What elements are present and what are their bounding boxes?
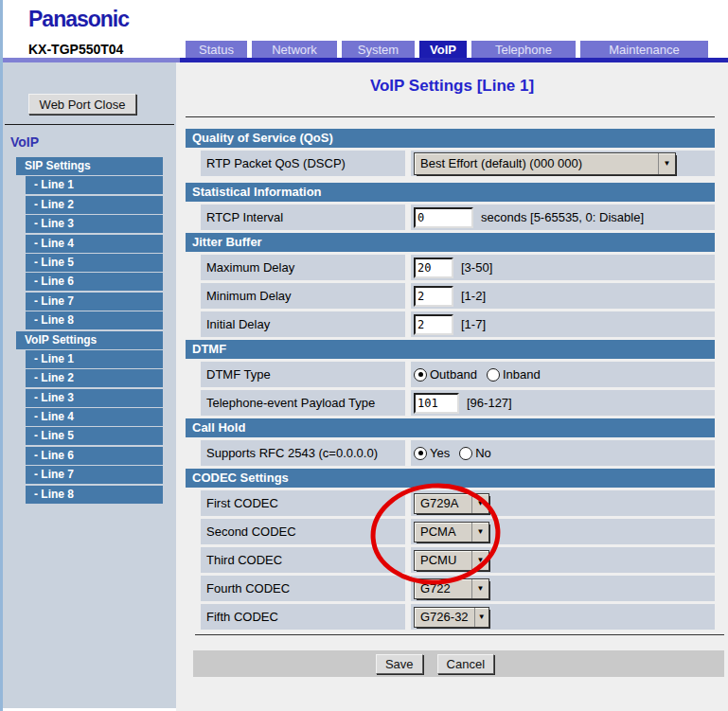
field-row-third-codec: Third CODEC PCMU ▼ [201, 547, 715, 573]
field-label: Fifth CODEC [201, 604, 405, 630]
sidebar-item-sip-line-6[interactable]: - Line 6 [26, 273, 163, 291]
sidebar-item-voip-line-6[interactable]: - Line 6 [26, 447, 163, 465]
sidebar-item-voip-line-7[interactable]: - Line 7 [26, 466, 163, 484]
first-codec-select[interactable]: G729A ▼ [414, 493, 489, 514]
tab-network[interactable]: Network [252, 41, 337, 58]
payload-type-input[interactable] [414, 393, 459, 414]
sidebar: Web Port Close VoIP SIP Settings - Line … [3, 62, 176, 708]
sidebar-item-sip-line-1[interactable]: - Line 1 [26, 176, 163, 194]
tab-system[interactable]: System [342, 41, 415, 58]
sidebar-item-voip-line-8[interactable]: - Line 8 [26, 486, 163, 504]
dtmf-outband-radio[interactable] [414, 368, 427, 382]
third-codec-value: PCMU [415, 551, 462, 570]
field-row-second-codec: Second CODEC PCMA ▼ [201, 519, 715, 544]
sidebar-item-sip-line-8[interactable]: - Line 8 [26, 311, 163, 329]
title-divider [186, 116, 715, 117]
sidebar-heading: VoIP [10, 134, 39, 150]
second-codec-select[interactable]: PCMA ▼ [414, 522, 489, 542]
sidebar-menu: SIP Settings - Line 1 - Line 2 - Line 3 … [3, 157, 176, 504]
sidebar-item-voip-line-3[interactable]: - Line 3 [26, 389, 163, 407]
radio-label: Yes [430, 446, 450, 460]
sidebar-item-voip-settings[interactable]: VoIP Settings [16, 331, 163, 349]
rtp-qos-selected-value: Best Effort (default) (000 000) [415, 153, 588, 174]
field-hint: [3-50] [461, 260, 492, 275]
rtp-qos-select[interactable]: Best Effort (default) (000 000) ▼ [414, 152, 676, 175]
rtcp-interval-input[interactable] [414, 207, 473, 228]
dropdown-arrow-icon: ▼ [471, 494, 488, 513]
sidebar-item-voip-line-4[interactable]: - Line 4 [26, 408, 163, 426]
sidebar-item-sip-line-2[interactable]: - Line 2 [26, 196, 163, 214]
field-label: RTP Packet QoS (DSCP) [201, 151, 405, 176]
rfc2543-yes-radio[interactable] [414, 447, 427, 460]
fourth-codec-value: G722 [415, 579, 456, 598]
section-header-codec: CODEC Settings [186, 469, 715, 488]
section-header-call-hold: Call Hold [186, 418, 715, 437]
model-number: KX-TGP550T04 [28, 42, 123, 57]
sidebar-item-voip-line-2[interactable]: - Line 2 [26, 369, 163, 387]
field-hint: [1-2] [461, 289, 486, 303]
fifth-codec-select[interactable]: G726-32 ▼ [414, 607, 489, 628]
field-row-first-codec: First CODEC G729A ▼ [201, 490, 715, 516]
tab-status[interactable]: Status [186, 41, 247, 58]
tab-bar: Status Network System VoIP Telephone Mai… [186, 41, 708, 58]
field-hint: seconds [5-65535, 0: Disable] [481, 210, 644, 224]
tab-maintenance[interactable]: Maintenance [580, 41, 708, 58]
web-port-close-button[interactable]: Web Port Close [28, 94, 136, 115]
field-label: RTCP Interval [201, 204, 405, 230]
field-row-maximum-delay: Maximum Delay [3-50] [201, 255, 715, 280]
field-row-initial-delay: Initial Delay [1-7] [201, 311, 715, 337]
page-title: VoIP Settings [Line 1] [176, 77, 728, 96]
panasonic-logo: Panasonic [28, 7, 129, 32]
tab-telephone[interactable]: Telephone [471, 41, 576, 58]
field-row-rtcp-interval: RTCP Interval seconds [5-65535, 0: Disab… [201, 204, 715, 230]
sidebar-item-sip-line-5[interactable]: - Line 5 [26, 254, 163, 272]
settings-form: Quality of Service (QoS) RTP Packet QoS … [186, 129, 715, 677]
field-label: Supports RFC 2543 (c=0.0.0.0) [201, 440, 405, 466]
field-label: Initial Delay [201, 311, 405, 337]
rfc2543-no-radio[interactable] [459, 447, 472, 460]
section-header-qos: Quality of Service (QoS) [186, 129, 715, 148]
field-row-dtmf-type: DTMF Type Outband Inband [201, 362, 715, 387]
field-label: Maximum Delay [201, 255, 405, 280]
dropdown-arrow-icon: ▼ [474, 608, 488, 627]
field-label: First CODEC [201, 490, 405, 516]
dtmf-inband-radio[interactable] [487, 368, 500, 382]
field-hint: [96-127] [467, 396, 512, 410]
fifth-codec-value: G726-32 [415, 608, 474, 627]
action-bar: Save Cancel [193, 650, 724, 677]
field-hint: [1-7] [461, 317, 486, 331]
field-row-minimum-delay: Minimum Delay [1-2] [201, 283, 715, 309]
field-label: Fourth CODEC [201, 576, 405, 601]
section-header-statistical: Statistical Information [186, 183, 715, 202]
minimum-delay-input[interactable] [414, 286, 453, 307]
maximum-delay-input[interactable] [414, 258, 453, 278]
main-content: VoIP Settings [Line 1] Quality of Servic… [176, 62, 728, 711]
initial-delay-input[interactable] [414, 314, 453, 335]
save-button[interactable]: Save [376, 654, 423, 674]
tab-voip[interactable]: VoIP [419, 41, 467, 58]
field-row-fourth-codec: Fourth CODEC G722 ▼ [201, 576, 715, 601]
sidebar-divider [5, 124, 174, 125]
field-label: Second CODEC [201, 519, 405, 544]
fourth-codec-select[interactable]: G722 ▼ [414, 578, 489, 599]
sidebar-item-voip-line-5[interactable]: - Line 5 [26, 427, 163, 445]
cancel-button[interactable]: Cancel [437, 654, 494, 674]
sidebar-item-sip-line-4[interactable]: - Line 4 [26, 235, 163, 253]
field-label: Telephone-event Payload Type [201, 390, 405, 416]
radio-label: Inband [503, 367, 541, 382]
sidebar-item-sip-line-7[interactable]: - Line 7 [26, 293, 163, 311]
second-codec-value: PCMA [415, 523, 462, 542]
radio-label: No [475, 446, 491, 460]
field-label: Minimum Delay [201, 283, 405, 309]
sidebar-item-sip-line-3[interactable]: - Line 3 [26, 215, 163, 233]
dropdown-arrow-icon: ▼ [471, 523, 488, 542]
field-label: DTMF Type [201, 362, 405, 387]
sidebar-item-voip-line-1[interactable]: - Line 1 [26, 350, 163, 368]
field-row-rtp-qos: RTP Packet QoS (DSCP) Best Effort (defau… [201, 151, 715, 176]
first-codec-value: G729A [415, 494, 464, 513]
third-codec-select[interactable]: PCMU ▼ [414, 550, 489, 571]
section-header-dtmf: DTMF [186, 340, 715, 359]
sidebar-item-sip-settings[interactable]: SIP Settings [16, 157, 163, 175]
field-label: Third CODEC [201, 547, 405, 573]
field-row-payload-type: Telephone-event Payload Type [96-127] [201, 390, 715, 416]
